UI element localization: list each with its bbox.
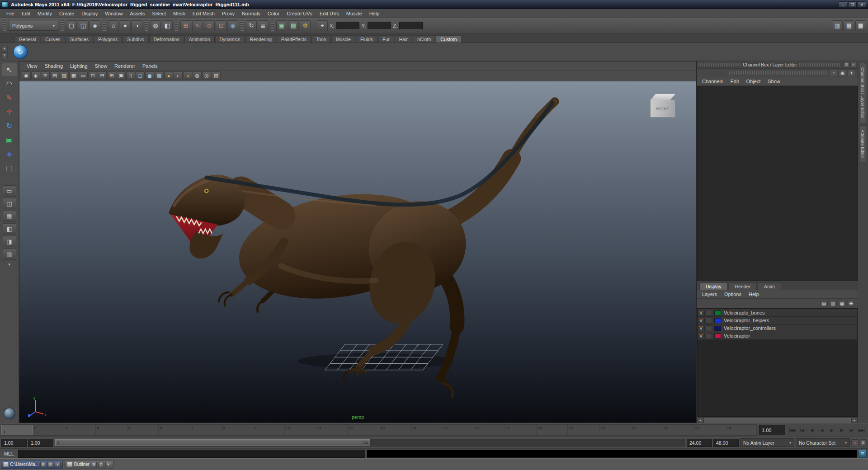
shelf-tab-painteffects[interactable]: PaintEffects (277, 35, 311, 42)
uv-edit-layout-button[interactable]: ▥ (3, 249, 16, 260)
timeline-frame-12[interactable]: 12 (348, 425, 379, 435)
construction-history-icon[interactable]: ≣ (258, 20, 269, 31)
select-by-object-icon[interactable]: ● (120, 20, 131, 31)
camera-attributes-icon[interactable]: ≣ (41, 71, 50, 80)
viewport-menu-lighting[interactable]: Lighting (66, 62, 91, 70)
animation-end-field[interactable] (713, 439, 739, 447)
persp-outliner-layout-button[interactable]: ◧ (3, 223, 16, 235)
viewport-canvas[interactable]: RIGHT y x persp (19, 81, 696, 423)
layer-list-scrollbar[interactable]: ◂ ▸ (697, 417, 858, 423)
selection-mask-icon[interactable]: ◧ (162, 20, 173, 31)
close-panel-button[interactable]: ✕ (850, 62, 856, 67)
layer-row-velociraptor[interactable]: VVelociraptor (698, 332, 857, 340)
go-to-start-button[interactable]: |◀◀ (787, 425, 797, 435)
layer-editor-tab-display[interactable]: Display (699, 282, 727, 290)
step-forward-frame-button[interactable]: ▶| (847, 425, 856, 435)
resolution-gate-icon[interactable]: ⊡ (88, 71, 97, 80)
character-set-dropdown[interactable]: No Character Set (796, 438, 850, 447)
channels-menu-object[interactable]: Object (743, 78, 764, 85)
menu-mesh[interactable]: Mesh (170, 10, 189, 17)
create-empty-layer-button[interactable]: ▦ (838, 300, 846, 307)
dock-window-button[interactable]: ⊟ (91, 462, 97, 467)
channel-slider-mode-icon[interactable]: ◔ (830, 70, 837, 76)
viewport-menu-panels[interactable]: Panels (139, 62, 161, 70)
dock-window-button[interactable]: ⊟ (40, 462, 46, 467)
viewport-menu-view[interactable]: View (23, 62, 41, 70)
menu-edit-uvs[interactable]: Edit UVs (316, 10, 343, 17)
shelf-tab-dynamics[interactable]: Dynamics (215, 35, 245, 42)
select-by-component-icon[interactable]: ◑ (132, 20, 142, 31)
menu-assets[interactable]: Assets (126, 10, 148, 17)
panel-drag-handle[interactable] (729, 71, 828, 75)
menu-create[interactable]: Create (56, 10, 78, 17)
xray-icon[interactable]: ◍ (193, 71, 202, 80)
panel-title-bar[interactable]: Channel Box / Layer Editor ⊡✕ (697, 61, 858, 69)
timeline-frame-13[interactable]: 13 (379, 425, 411, 435)
timeline-frame-2[interactable]: 2 (33, 425, 65, 435)
grid-toggle-icon[interactable]: ▦ (69, 71, 78, 80)
menu-normals[interactable]: Normals (238, 10, 264, 17)
layer-list[interactable]: VVelocirapto_bonesVVelociraptor_helpersV… (697, 308, 858, 417)
smooth-shade-mode-icon[interactable]: ◼ (145, 71, 154, 80)
shelf-tab-custom[interactable]: Custom (436, 35, 461, 42)
shelf-tab-toggle-button[interactable]: ▸ (1, 46, 8, 52)
toggle-channel-box-button[interactable]: ▦ (855, 20, 866, 31)
go-to-end-button[interactable]: ▶▶| (857, 425, 866, 435)
play-forwards-button[interactable]: ▶ (827, 425, 836, 435)
shelf-tab-general[interactable]: General (14, 35, 40, 42)
close-window-button[interactable]: ✕ (105, 462, 111, 467)
channel-speed-mode-icon[interactable]: ✦ (848, 70, 855, 76)
lasso-select-tool[interactable]: ◠ (2, 77, 17, 90)
timeline-frame-11[interactable]: 11 (316, 425, 348, 435)
timeline-frame-21[interactable]: 21 (631, 425, 663, 435)
render-current-frame-icon[interactable]: ▣ (276, 20, 287, 31)
snap-to-grid-icon[interactable]: ⊞ (180, 20, 191, 31)
menu-select[interactable]: Select (148, 10, 170, 17)
step-back-frame-button[interactable]: |◀ (797, 425, 807, 435)
channels-menu-show[interactable]: Show (764, 78, 783, 85)
menu-set-dropdown[interactable]: Polygons (9, 21, 58, 31)
wireframe-mode-icon[interactable]: ◻ (136, 71, 145, 80)
menu-edit-mesh[interactable]: Edit Mesh (189, 10, 218, 17)
bookmarks-icon[interactable]: ▤ (50, 71, 59, 80)
channel-manip-mode-icon[interactable]: ◉ (839, 70, 846, 76)
shelf-tab-surfaces[interactable]: Surfaces (66, 35, 93, 42)
open-scene-icon[interactable]: ◱ (78, 20, 89, 31)
anim-layer-dropdown[interactable]: No Anim Layer (740, 438, 794, 447)
channels-menu-channels[interactable]: Channels (699, 78, 726, 85)
menu-modify[interactable]: Modify (34, 10, 56, 17)
x-coordinate-input[interactable] (336, 22, 359, 30)
layer-color-swatch[interactable] (714, 318, 721, 323)
layers-menu-options[interactable]: Options (721, 291, 745, 297)
restore-window-button[interactable]: ⊡ (47, 462, 53, 467)
menu-color[interactable]: Color (264, 10, 283, 17)
timeline-frame-17[interactable]: 17 (505, 425, 537, 435)
absolute-transform-icon[interactable]: ⌖ (317, 20, 328, 31)
animation-start-field[interactable] (1, 439, 27, 447)
timeline-frame-10[interactable]: 10 (285, 425, 316, 435)
step-forward-key-button[interactable]: |▶ (837, 425, 846, 435)
shelf-tab-fluids[interactable]: Fluids (356, 35, 377, 42)
make-live-icon[interactable]: ◉ (227, 20, 238, 31)
timeline-frame-19[interactable]: 19 (568, 425, 599, 435)
lock-camera-icon[interactable]: ◈ (31, 71, 40, 80)
layer-row-velocirapto-bones[interactable]: VVelocirapto_bones (698, 309, 857, 317)
hypershade-layout-button[interactable]: ◨ (3, 236, 16, 247)
shelf-tab-hair[interactable]: Hair (395, 35, 412, 42)
layers-menu-layers[interactable]: Layers (699, 291, 720, 297)
rotate-tool[interactable]: ↻ (2, 119, 17, 132)
y-coordinate-input[interactable] (368, 22, 391, 30)
sphere-widget-icon[interactable] (4, 408, 15, 419)
single-pane-layout-button[interactable]: ▭ (3, 185, 16, 197)
channel-box-area[interactable] (697, 86, 858, 281)
input-connections-icon[interactable]: ↻ (246, 20, 257, 31)
minimized-window-outliner[interactable]: Outliner⊟⊡✕ (65, 460, 113, 469)
shelf-tab-subdivs[interactable]: Subdivs (123, 35, 148, 42)
scroll-right-button[interactable]: ▸ (851, 418, 858, 423)
viewport-menu-shading[interactable]: Shading (41, 62, 66, 70)
panel-drag-handle[interactable] (698, 63, 741, 66)
universal-manipulator-tool[interactable]: ◈ (2, 147, 17, 160)
timeline-frame-3[interactable]: 3 (64, 425, 96, 435)
timeline-frame-4[interactable]: 4 (96, 425, 127, 435)
timeline-frame-24[interactable]: 24 (725, 425, 757, 435)
